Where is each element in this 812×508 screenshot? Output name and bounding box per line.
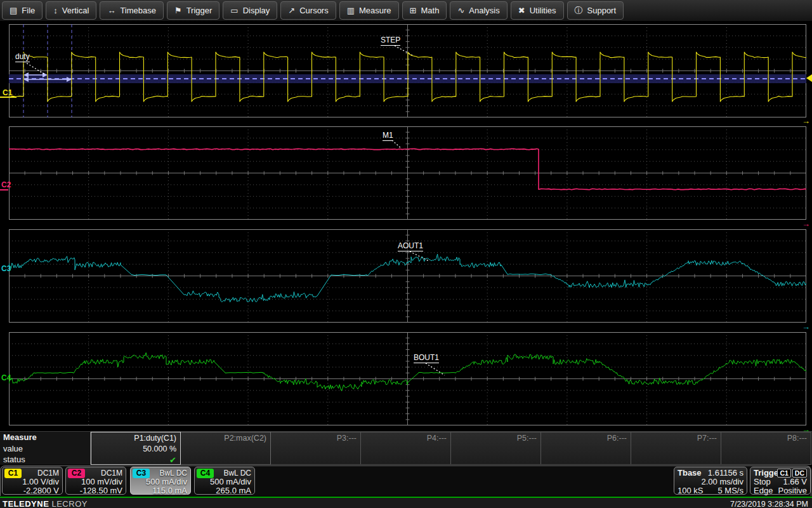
menu-math[interactable]: ⊞Math [402,1,447,20]
trigger-slope: Positive [778,486,807,495]
math-icon: ⊞ [410,6,417,15]
channel-label-c1: C1 [3,88,12,97]
menu-support-label: Support [587,6,617,15]
measure-p8-header: P8:--- [721,432,807,444]
menu-utilities[interactable]: ✖Utilities [511,1,564,20]
trigger-type: Edge [754,486,773,495]
measure-p1-status-check-icon: ✔ [91,455,176,465]
c3-offset: 115.0 mA [152,486,187,495]
brand-logo: TELEDYNE LECROY [3,499,88,508]
datetime: 7/23/2019 3:28:34 PM [730,500,808,508]
measure-col-p8[interactable]: P8:--- [721,432,811,465]
c4-scale: 500 mA/div [210,477,251,486]
timebase-icon: ↔ [107,6,115,15]
c4-coupling: BwL DC [223,469,251,478]
menu-vertical[interactable]: ↕Vertical [46,1,96,20]
menu-display[interactable]: ▭Display [223,1,277,20]
channel-descriptor-c1[interactable]: C1 DC1M 1.00 V/div -2.2800 V [2,467,63,495]
analysis-icon: ∿ [457,6,464,15]
menu-analysis-label: Analysis [469,6,499,15]
measure-col-p6[interactable]: P6:--- [541,432,631,465]
c2-offset: -128.50 mV [80,486,122,495]
measure-col-p7[interactable]: P7:--- [631,432,721,465]
measure-col-p4[interactable]: P4:--- [361,432,451,465]
descriptor-panel: C1 DC1M 1.00 V/div -2.2800 V C2 DC1M 100… [0,465,811,496]
measure-col-p5[interactable]: P5:--- [451,432,541,465]
trigger-coupling-badge: DC [792,469,807,478]
c1-trigger-time-arrow: → [802,117,810,125]
trigger-mode: Stop [754,477,771,486]
c3-scale: 500 mA/div [146,477,187,486]
timebase-value: 1.61156 s [708,468,743,478]
menu-analysis[interactable]: ∿Analysis [450,1,507,20]
menu-trigger-label: Trigger [187,6,213,15]
channel-label-c4: C4 [1,373,11,382]
measure-row-labels: Measure value status [0,432,91,465]
c3-trigger-time-arrow: → [802,323,810,331]
menu-cursors[interactable]: ↗Cursors [280,1,336,20]
c2-level-tick [0,189,8,190]
menu-timebase-label: Timebase [120,6,156,15]
c2-scale: 100 mV/div [81,477,122,486]
channel-descriptor-c4[interactable]: C4 BwL DC 500 mA/div 265.0 mA [194,467,255,495]
measure-icon: ▥ [347,6,355,15]
menu-trigger[interactable]: ⚑Trigger [167,1,219,20]
c2-coupling: DC1M [101,469,122,478]
menu-file[interactable]: ▤File [2,1,43,20]
cursor-label-duty[interactable]: duty [15,53,30,62]
c3-coupling: BwL DC [159,469,187,478]
measure-status-label: status [3,454,90,465]
measure-p5-header: P5:--- [451,432,537,444]
trace-label-bout1[interactable]: BOUT1 [414,354,439,363]
measure-col-p2[interactable]: P2:max(C2) [181,432,271,465]
channel-label-c2: C2 [1,180,11,189]
grid-c2[interactable] [9,126,806,220]
grid-c1[interactable] [9,24,806,117]
menu-measure-label: Measure [359,6,391,15]
menu-measure[interactable]: ▥Measure [339,1,399,20]
trigger-source-badge: C1 [777,469,790,478]
measure-p7-header: P7:--- [631,432,717,444]
measure-p4-header: P4:--- [361,432,447,444]
menu-cursors-label: Cursors [299,6,329,15]
measure-value-label: value [3,443,90,454]
trigger-descriptor[interactable]: TriggerC1DC Stop1.66 V EdgePositive [750,467,811,495]
measure-p2-header: P2:max(C2) [181,432,266,444]
menu-file-label: File [22,6,35,15]
menu-vertical-label: Vertical [62,6,89,15]
c1-offset: -2.2800 V [23,486,59,495]
brand-lecroy: LECROY [51,499,87,508]
timebase-title: Tbase [678,468,702,478]
c2-trigger-time-arrow: → [802,220,810,228]
measure-p3-header: P3:--- [271,432,357,444]
measure-p2-status [181,455,266,465]
c4-offset: 265.0 mA [216,486,251,495]
timebase-rate: 5 MS/s [718,486,743,495]
brand-teledyne: TELEDYNE [3,499,49,508]
grid-c4[interactable] [9,332,806,425]
trace-label-m1[interactable]: M1 [383,131,393,141]
vertical-icon: ↕ [53,6,58,15]
c1-coupling: DC1M [37,469,59,478]
file-icon: ▤ [10,6,17,15]
status-bar: TELEDYNE LECROY 7/23/2019 3:28:34 PM [0,497,812,508]
measure-col-p1[interactable]: P1:duty(C1) 50.000 % ✔ [91,432,181,465]
c1-badge: C1 [4,469,22,478]
measure-col-p3[interactable]: P3:--- [271,432,361,465]
utilities-icon: ✖ [518,6,525,15]
measure-p2-value [181,444,266,455]
timebase-per-div: 2.00 ms/div [702,477,743,486]
c1-level-tick [0,97,16,98]
channel-descriptor-c2[interactable]: C2 DC1M 100 mV/div -128.50 mV [65,467,126,495]
trace-label-aout1[interactable]: AOUT1 [398,242,423,251]
channel-label-c3: C3 [1,264,11,273]
menu-support[interactable]: ⓘSupport [567,1,624,20]
measure-p1-value: 50.000 % [91,444,176,455]
trace-label-step[interactable]: STEP [381,36,400,46]
channel-descriptor-c3[interactable]: C3 BwL DC 500 mA/div 115.0 mA [130,467,191,495]
timebase-descriptor[interactable]: Tbase1.61156 s 2.00 ms/div 100 kS5 MS/s [674,467,747,495]
c1-scale: 1.00 V/div [22,477,59,486]
menu-timebase[interactable]: ↔Timebase [100,1,164,20]
trigger-level-marker[interactable] [806,74,812,82]
measure-p1-header: P1:duty(C1) [91,432,176,444]
